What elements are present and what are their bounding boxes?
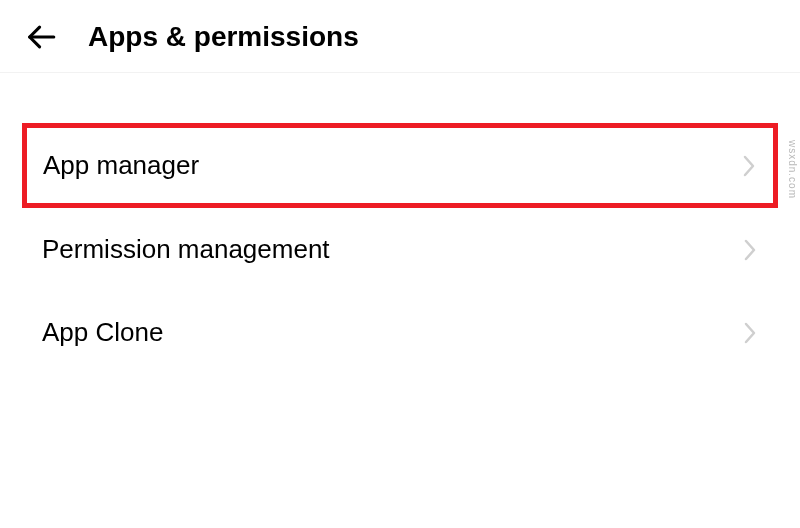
arrow-left-icon — [24, 20, 58, 54]
list-item-app-manager[interactable]: App manager — [22, 123, 778, 208]
list-item-permission-management[interactable]: Permission management — [0, 208, 800, 291]
settings-list: App manager Permission management App Cl… — [0, 123, 800, 374]
list-item-label: App Clone — [42, 317, 163, 348]
page-title: Apps & permissions — [88, 21, 359, 53]
back-button[interactable] — [24, 20, 58, 54]
chevron-right-icon — [742, 236, 758, 264]
spacer — [0, 73, 800, 123]
chevron-right-icon — [741, 152, 757, 180]
list-item-label: Permission management — [42, 234, 330, 265]
header: Apps & permissions — [0, 0, 800, 72]
watermark: wsxdn.com — [787, 140, 798, 199]
list-item-label: App manager — [43, 150, 199, 181]
chevron-right-icon — [742, 319, 758, 347]
list-item-app-clone[interactable]: App Clone — [0, 291, 800, 374]
